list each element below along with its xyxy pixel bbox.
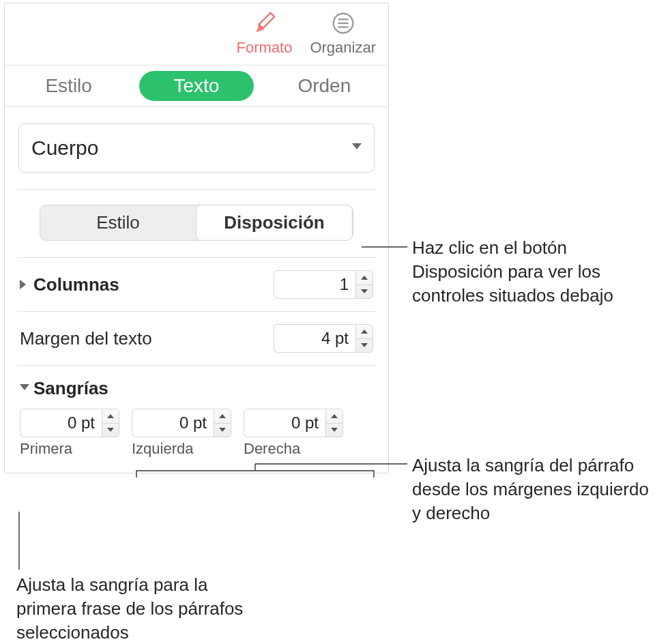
format-inspector-panel: Formato Organizar Estilo [4,3,389,473]
indent-left-input[interactable] [132,409,214,437]
stepper-up-button[interactable] [102,409,119,424]
tab-texto[interactable]: Texto [132,70,260,102]
triangle-down-icon [361,289,368,293]
indent-first-col: Primera [20,409,119,458]
paintbrush-icon [251,10,277,36]
stepper-down-button[interactable] [356,285,373,299]
stepper-down-button[interactable] [102,424,119,437]
triangle-down-icon [361,343,368,347]
divider [17,189,376,190]
text-margin-input[interactable] [274,324,355,353]
triangle-up-icon [219,414,226,418]
chevron-down-icon [352,143,362,153]
columns-disclosure[interactable]: Columnas [20,274,119,295]
text-margin-row: Margen del texto [18,312,375,365]
segment-disposicion[interactable]: Disposición [196,205,353,240]
inspector-subtabs: Estilo Texto Orden [5,65,388,107]
indents-label: Sangrías [33,378,108,399]
indent-right-input[interactable] [244,409,325,437]
indent-first-caption: Primera [20,440,72,458]
columns-row: Columnas [18,258,375,311]
chevron-right-icon [20,280,29,289]
indents-fields: Primera Izquierda [18,399,375,462]
triangle-up-icon [361,330,368,334]
organize-tab[interactable]: Organizar [310,10,376,57]
format-tab-label: Formato [236,39,292,57]
callout-layout-button: Haz clic en el botón Disposición para ve… [412,236,658,308]
indent-right-col: Derecha [244,409,343,458]
indent-left-caption: Izquierda [132,440,194,458]
indent-right-stepper-buttons [325,409,343,437]
paragraph-style-dropdown[interactable]: Cuerpo [18,123,375,173]
indents-disclosure[interactable]: Sangrías [20,378,108,399]
indent-first-input[interactable] [20,409,102,437]
stepper-down-button[interactable] [214,424,231,437]
text-margin-label: Margen del texto [20,328,152,349]
organize-tab-label: Organizar [310,39,376,57]
paragraph-style-value: Cuerpo [31,136,98,160]
tab-estilo[interactable]: Estilo [5,70,132,102]
indent-first-stepper [20,409,119,437]
stepper-up-button[interactable] [356,325,373,339]
stepper-up-button[interactable] [214,409,231,424]
triangle-up-icon [361,276,368,280]
segment-estilo[interactable]: Estilo [40,205,196,240]
indent-first-stepper-buttons [102,409,119,437]
chevron-down-icon [20,384,29,394]
triangle-down-icon [107,428,114,432]
callout-first-indent: Ajusta la sangría para la primera frase … [16,573,262,644]
indent-left-stepper-buttons [214,409,231,437]
indents-row: Sangrías [18,366,375,399]
indent-left-stepper [132,409,231,437]
triangle-down-icon [331,428,338,432]
format-tab[interactable]: Formato [236,10,292,57]
columns-stepper [274,270,373,299]
stepper-down-button[interactable] [356,339,373,353]
stepper-up-button[interactable] [326,409,343,424]
inspector-toolbar: Formato Organizar [5,3,388,65]
style-layout-segmented: Estilo Disposición [40,205,353,241]
columns-input[interactable] [274,270,355,299]
indent-left-col: Izquierda [132,409,231,458]
text-margin-stepper [274,324,373,353]
stepper-down-button[interactable] [326,424,343,437]
columns-stepper-buttons [355,270,373,299]
tab-orden[interactable]: Orden [261,70,388,102]
list-icon [330,10,356,36]
triangle-up-icon [107,414,114,418]
text-margin-stepper-buttons [355,324,373,353]
indent-right-caption: Derecha [244,440,300,458]
stepper-up-button[interactable] [356,271,373,285]
callout-lr-indent: Ajusta la sangría del párrafo desde los … [412,454,658,525]
triangle-down-icon [219,428,226,432]
columns-label: Columnas [33,274,119,295]
indent-right-stepper [244,409,343,437]
triangle-up-icon [331,414,338,418]
